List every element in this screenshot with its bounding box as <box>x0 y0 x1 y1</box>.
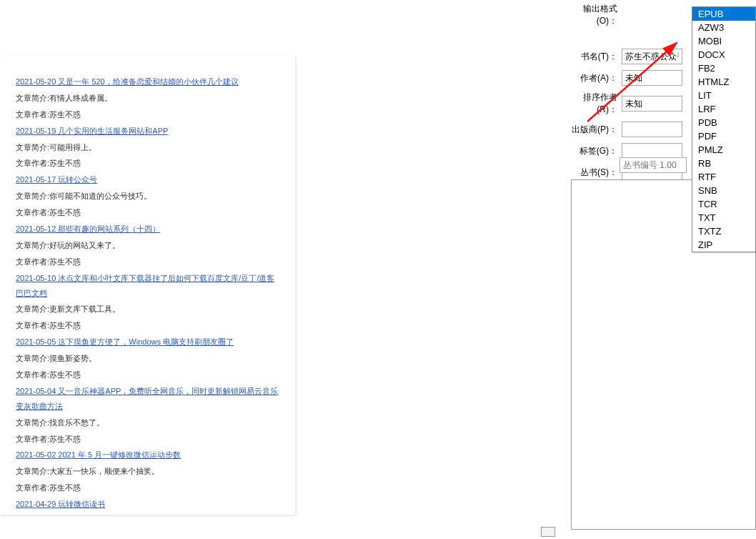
article-author: 文章作者:苏生不惑 <box>16 318 279 333</box>
article-intro: 文章简介:重看《明朝那些事儿》 <box>16 513 279 515</box>
article-author: 文章作者:苏生不惑 <box>16 205 279 220</box>
dropdown-item-lrf[interactable]: LRF <box>692 102 755 116</box>
sort-author-label: 排序作者(R)： <box>563 92 622 116</box>
publisher-label: 出版商(P)： <box>563 124 622 136</box>
dropdown-item-rtf[interactable]: RTF <box>692 170 755 184</box>
output-format-label: 输出格式(O)： <box>563 3 622 27</box>
article-link[interactable]: 2021-05-12 那些有趣的网站系列（十四） <box>16 222 279 237</box>
article-link[interactable]: 2021-05-04 又一音乐神器APP，免费听全网音乐，同时更新解锁网易云音乐… <box>16 384 279 414</box>
dropdown-item-htmlz[interactable]: HTMLZ <box>692 75 755 89</box>
dropdown-item-txt[interactable]: TXT <box>692 211 755 224</box>
article-intro: 文章简介:好玩的网站又来了。 <box>16 238 279 253</box>
tags-label: 标签(G)： <box>563 145 622 157</box>
title-input[interactable] <box>622 49 682 64</box>
dropdown-item-txtz[interactable]: TXTZ <box>692 224 755 238</box>
dropdown-item-rb[interactable]: RB <box>692 157 755 170</box>
article-author: 文章作者:苏生不惑 <box>16 480 279 495</box>
dropdown-item-epub[interactable]: EPUB <box>692 7 755 21</box>
article-intro: 文章简介:摸鱼新姿势。 <box>16 351 279 366</box>
article-intro: 文章简介:更新文库下载工具。 <box>16 302 279 317</box>
article-author: 文章作者:苏生不惑 <box>16 432 279 447</box>
dropdown-item-pdb[interactable]: PDB <box>692 116 755 129</box>
author-input[interactable] <box>622 70 682 86</box>
article-link[interactable]: 2021-05-17 玩转公众号 <box>16 172 279 187</box>
author-label: 作者(A)： <box>563 72 622 84</box>
series-number-input[interactable] <box>620 157 687 173</box>
output-format-dropdown[interactable]: EPUBAZW3MOBIDOCXFB2HTMLZLITLRFPDBPDFPMLZ… <box>692 6 756 252</box>
article-list-panel: 2021-05-20 又是一年 520，给准备恋爱和结婚的小伙伴几个建议文章简介… <box>0 56 295 515</box>
dropdown-item-tcr[interactable]: TCR <box>692 197 755 211</box>
dropdown-item-zip[interactable]: ZIP <box>692 238 755 252</box>
series-label: 丛书(S)： <box>563 167 622 179</box>
sort-author-input[interactable] <box>622 96 682 112</box>
article-link[interactable]: 2021-05-10 冰点文库和小叶文库下载器挂了后如何下载百度文库/豆丁/道客… <box>16 271 279 301</box>
article-author: 文章作者:苏生不惑 <box>16 367 279 382</box>
dropdown-item-fb2[interactable]: FB2 <box>692 61 755 75</box>
dropdown-item-docx[interactable]: DOCX <box>692 48 755 61</box>
article-link[interactable]: 2021-05-05 这下摸鱼更方便了，Windows 电脑支持刷朋友圈了 <box>16 335 279 350</box>
publisher-input[interactable] <box>622 122 682 137</box>
dropdown-item-lit[interactable]: LIT <box>692 89 755 102</box>
article-link[interactable]: 2021-05-02 2021 年 5 月一键修改微信运动步数 <box>16 447 279 463</box>
article-link[interactable]: 2021-05-19 几个实用的生活服务网站和APP <box>16 124 279 139</box>
article-link[interactable]: 2021-05-20 又是一年 520，给准备恋爱和结婚的小伙伴几个建议 <box>16 74 279 89</box>
article-intro: 文章简介:有情人终成眷属。 <box>16 91 279 106</box>
tags-input[interactable] <box>622 143 682 159</box>
dropdown-item-pdf[interactable]: PDF <box>692 129 755 143</box>
article-intro: 文章简介:大家五一快乐，顺便来个抽奖。 <box>16 464 279 479</box>
title-label: 书名(T)： <box>563 51 622 63</box>
article-author: 文章作者:苏生不惑 <box>16 254 279 270</box>
dropdown-item-azw3[interactable]: AZW3 <box>692 21 755 34</box>
dropdown-item-snb[interactable]: SNB <box>692 184 755 197</box>
dropdown-item-mobi[interactable]: MOBI <box>692 34 755 48</box>
article-link[interactable]: 2021-04-29 玩转微信读书 <box>16 497 279 512</box>
dropdown-item-pmlz[interactable]: PMLZ <box>692 143 755 157</box>
article-intro: 文章简介:可能用得上。 <box>16 140 279 155</box>
article-intro: 文章简介:你可能不知道的公众号技巧。 <box>16 189 279 204</box>
article-author: 文章作者:苏生不惑 <box>16 107 279 122</box>
article-author: 文章作者:苏生不惑 <box>16 156 279 171</box>
article-intro: 文章简介:找音乐不愁了。 <box>16 415 279 430</box>
small-toolbar-button[interactable] <box>541 527 555 537</box>
